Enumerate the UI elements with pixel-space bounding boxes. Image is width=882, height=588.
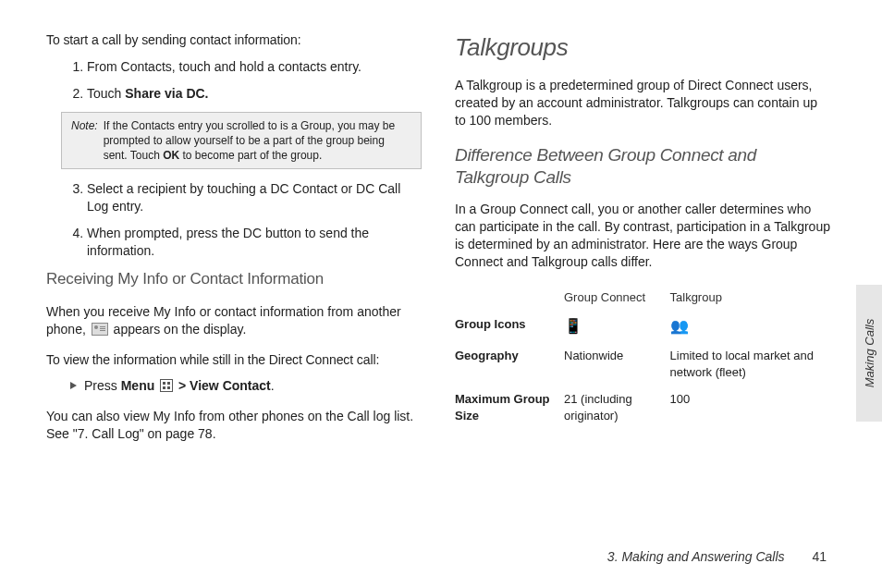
side-tab: Making Calls	[856, 285, 882, 422]
contact-card-icon	[92, 323, 108, 336]
note-body-post: to become part of the group.	[179, 149, 322, 162]
side-tab-label: Making Calls	[863, 319, 876, 387]
heading-talkgroups: Talkgroups	[455, 31, 830, 64]
row-label-icons: Group Icons	[455, 311, 564, 342]
right-column: Talkgroups A Talkgroup is a predetermine…	[455, 31, 830, 456]
heading-difference: Difference Between Group Connect and Tal…	[455, 144, 830, 189]
left-column: To start a call by sending contact infor…	[46, 31, 422, 456]
bullet-end: .	[271, 378, 275, 393]
people-icon: 👥	[670, 318, 689, 334]
steps-list: From Contacts, touch and hold a contacts…	[46, 58, 422, 103]
view-contact-label: View Contact	[190, 378, 271, 393]
menu-grid-icon	[160, 379, 173, 392]
view-lead: To view the information while still in t…	[46, 351, 422, 369]
menu-label: Menu	[121, 378, 155, 393]
also-paragraph: You can also view My Info from other pho…	[46, 408, 422, 443]
triangle-bullet-icon	[70, 382, 77, 389]
receiving-post: appears on the display.	[110, 322, 247, 337]
row-label-geography: Geography	[455, 342, 564, 386]
note-label: Note:	[71, 118, 98, 164]
note-ok: OK	[163, 149, 179, 162]
note-body: If the Contacts entry you scrolled to is…	[104, 118, 411, 164]
gt-symbol: >	[175, 378, 190, 393]
comparison-table: Group Connect Talkgroup Group Icons 📱 👥 …	[455, 284, 830, 429]
table-row: Maximum Group Size 21 (including origina…	[455, 386, 830, 429]
table-row: Group Icons 📱 👥	[455, 311, 830, 342]
heading-receiving: Receiving My Info or Contact Information	[46, 269, 422, 290]
col-header-group-connect: Group Connect	[564, 284, 670, 312]
steps-list-cont: Select a recipient by touching a DC Cont…	[46, 180, 422, 260]
step-1: From Contacts, touch and hold a contacts…	[87, 58, 422, 76]
cell-geo-tg: Limited to local market and network (fle…	[670, 342, 830, 386]
press-text: Press	[84, 378, 121, 393]
row-label-max: Maximum Group Size	[455, 386, 564, 429]
note-box: Note: If the Contacts entry you scrolled…	[61, 112, 422, 170]
step-4: When prompted, press the DC button to se…	[87, 225, 422, 260]
page-footer: 3. Making and Answering Calls 41	[607, 549, 827, 564]
step-2-pre: Touch	[87, 86, 125, 101]
cell-geo-gc: Nationwide	[564, 342, 670, 386]
difference-paragraph: In a Group Connect call, you or another …	[455, 201, 830, 271]
press-menu-line: Press Menu > View Contact.	[70, 377, 422, 395]
step-2: Touch Share via DC.	[87, 85, 422, 103]
phone-icon: 📱	[564, 318, 582, 334]
footer-chapter: 3. Making and Answering Calls	[607, 549, 785, 564]
footer-page-number: 41	[812, 549, 827, 564]
intro-line: To start a call by sending contact infor…	[46, 31, 422, 49]
talkgroups-intro: A Talkgroup is a predetermined group of …	[455, 77, 830, 129]
cell-max-gc: 21 (including originator)	[564, 386, 670, 429]
receiving-paragraph: When you receive My Info or contact info…	[46, 303, 422, 338]
cell-max-tg: 100	[670, 386, 830, 429]
col-header-talkgroup: Talkgroup	[670, 284, 830, 312]
table-row: Geography Nationwide Limited to local ma…	[455, 342, 830, 386]
step-2-action: Share via DC.	[125, 86, 208, 101]
step-3: Select a recipient by touching a DC Cont…	[87, 180, 422, 215]
